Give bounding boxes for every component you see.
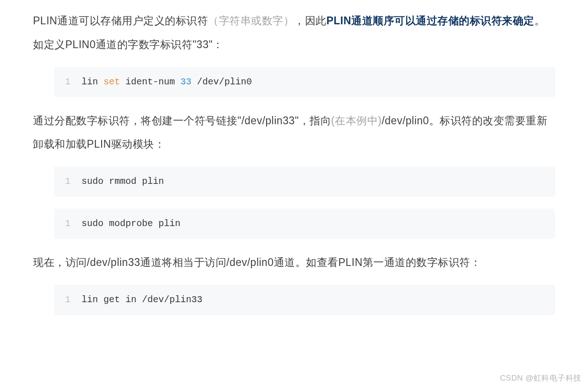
paragraph-3: 现在，访问/dev/plin33通道将相当于访问/dev/plin0通道。如查看… [33,251,555,275]
p1-text-b: ，因此 [294,15,327,27]
code-block-4[interactable]: 1 lin get in /dev/plin33 [54,285,555,315]
watermark: CSDN @虹科电子科技 [500,373,582,383]
code-line: lin set ident-num 33 /dev/plin0 [82,75,252,89]
code-line: sudo modprobe plin [82,217,180,231]
code-block-1[interactable]: 1 lin set ident-num 33 /dev/plin0 [54,67,555,97]
line-number: 1 [65,293,82,307]
code-number: 33 [180,77,191,87]
paragraph-1: PLIN通道可以存储用户定义的标识符（字符串或数字），因此PLIN通道顺序可以通… [33,9,555,57]
code-block-2[interactable]: 1 sudo rmmod plin [54,166,555,197]
p2-muted: (在本例中) [331,115,381,127]
line-number: 1 [65,175,82,188]
p2-text-a: 通过分配数字标识符，将创建一个符号链接"/dev/plin33"，指向 [33,115,331,127]
code-block-3[interactable]: 1 sudo modprobe plin [54,209,555,239]
code-line: lin get in /dev/plin33 [82,293,202,307]
code-text: ident-num [120,77,180,87]
code-text: lin [82,77,103,87]
p1-bold: PLIN通道顺序可以通过存储的标识符来确定 [327,15,534,27]
code-keyword: set [103,77,120,87]
p1-muted: （字符串或数字） [208,15,294,27]
line-number: 1 [65,217,82,231]
code-line: sudo rmmod plin [82,175,164,188]
code-text: /dev/plin0 [191,77,252,87]
p1-text-a: PLIN通道可以存储用户定义的标识符 [33,15,208,27]
article-content: PLIN通道可以存储用户定义的标识符（字符串或数字），因此PLIN通道顺序可以通… [0,0,588,387]
line-number: 1 [65,75,82,89]
paragraph-2: 通过分配数字标识符，将创建一个符号链接"/dev/plin33"，指向(在本例中… [33,109,555,157]
p3-text: 现在，访问/dev/plin33通道将相当于访问/dev/plin0通道。如查看… [33,256,481,268]
